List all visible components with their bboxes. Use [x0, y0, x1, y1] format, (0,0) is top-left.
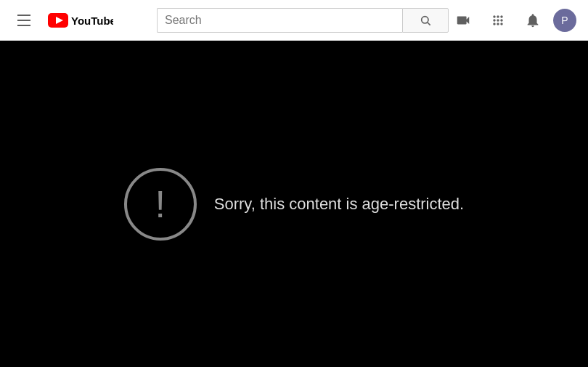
header: YouTube [0, 0, 588, 41]
camera-icon [455, 12, 471, 28]
header-right: P [449, 6, 576, 35]
svg-point-3 [422, 16, 428, 23]
apps-grid-icon [491, 13, 505, 28]
notifications-button[interactable] [518, 6, 547, 35]
age-restricted-overlay: ! Sorry, this content is age-restricted. [124, 168, 464, 241]
menu-button[interactable] [12, 9, 36, 32]
age-restricted-text: Sorry, this content is age-restricted. [214, 195, 464, 214]
search-area [157, 8, 449, 33]
apps-grid-button[interactable] [483, 6, 513, 35]
youtube-logo[interactable]: YouTube [48, 13, 113, 28]
warning-circle-icon: ! [124, 168, 197, 241]
video-container: ! Sorry, this content is age-restricted. [0, 41, 588, 367]
avatar-letter: P [561, 15, 568, 26]
exclamation-mark: ! [155, 185, 166, 223]
search-button[interactable] [402, 8, 449, 33]
svg-text:YouTube: YouTube [71, 14, 113, 26]
search-form [157, 8, 449, 33]
search-icon [420, 15, 431, 26]
youtube-logo-icon: YouTube [48, 13, 113, 28]
search-input[interactable] [158, 9, 402, 32]
create-video-button[interactable] [449, 6, 478, 35]
bell-icon [525, 12, 541, 28]
search-input-wrapper [157, 8, 402, 33]
header-left: YouTube [12, 9, 157, 32]
user-avatar[interactable]: P [553, 9, 576, 32]
svg-line-4 [428, 23, 430, 25]
